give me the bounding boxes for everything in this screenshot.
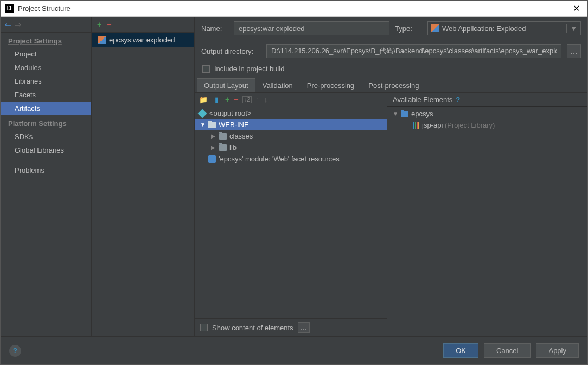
tree-facet-resources[interactable]: 'epcsys' module: 'Web' facet resources (195, 153, 387, 165)
folder-icon (219, 144, 227, 151)
output-layout-pane: 📁 ▮ + − ↓2 ↑ ↓ <output root> ▼ (195, 93, 387, 336)
sidebar-item-libraries[interactable]: Libraries (1, 74, 91, 88)
show-content-checkbox[interactable] (200, 324, 208, 331)
details-panel: Name: Type: Web Application: Exploded ▼ … (195, 17, 587, 336)
cancel-button[interactable]: Cancel (484, 343, 531, 358)
library-icon (413, 122, 419, 129)
module-icon (401, 111, 408, 117)
sidebar-item-problems[interactable]: Problems (1, 163, 91, 177)
show-content-label: Show content of elements (212, 324, 293, 332)
ok-button[interactable]: OK (443, 343, 478, 358)
available-elements-label: Available Elements (393, 96, 452, 104)
tree-label: classes (229, 132, 253, 140)
tree-web-inf[interactable]: ▼ WEB-INF (195, 119, 387, 130)
section-project-settings: Project Settings (1, 33, 91, 47)
expander-icon[interactable]: ▼ (393, 111, 398, 117)
expander-icon[interactable]: ▼ (200, 122, 206, 128)
move-up-icon[interactable]: ↑ (256, 96, 260, 104)
titlebar: IJ Project Structure ✕ (1, 1, 587, 17)
available-lib-jsp-api[interactable]: jsp-api (Project Library) (387, 119, 587, 131)
footer: ? OK Cancel Apply (1, 336, 587, 364)
sidebar-item-sdks[interactable]: SDKs (1, 130, 91, 143)
artifact-label: epcsys:war exploded (109, 36, 175, 44)
expander-icon[interactable]: ▶ (211, 133, 216, 139)
type-label: Type: (395, 24, 422, 33)
artifact-icon (98, 36, 106, 44)
sidebar-item-facets[interactable]: Facets (1, 88, 91, 102)
output-root-icon (198, 109, 207, 118)
sidebar-item-artifacts[interactable]: Artifacts (1, 102, 91, 115)
remove-icon[interactable]: − (234, 95, 238, 104)
artifacts-toolbar: + − (92, 17, 194, 33)
browse-button[interactable]: … (567, 44, 581, 58)
help-icon[interactable]: ? (456, 96, 460, 104)
tab-pre-processing[interactable]: Pre-processing (300, 78, 361, 92)
chevron-down-icon: ▼ (566, 24, 577, 33)
outdir-input[interactable] (266, 44, 561, 58)
tree-lib[interactable]: ▶ lib (195, 142, 387, 153)
include-checkbox[interactable] (202, 65, 210, 73)
tab-validation[interactable]: Validation (255, 78, 300, 92)
help-button[interactable]: ? (9, 345, 21, 357)
available-elements-pane: Available Elements ? ▼ epcsys jsp-api (P… (387, 93, 587, 336)
tabs: Output Layout Validation Pre-processing … (195, 78, 587, 93)
remove-artifact-icon[interactable]: − (107, 20, 111, 29)
window-title: Project Structure (18, 4, 570, 12)
folder-icon (208, 122, 216, 128)
available-module-epcsys[interactable]: ▼ epcsys (387, 108, 587, 119)
add-copy-icon[interactable]: + (225, 95, 229, 104)
output-tree: <output root> ▼ WEB-INF ▶ classes ▶ (195, 106, 387, 318)
available-elements-tree: ▼ epcsys jsp-api (Project Library) (387, 107, 587, 132)
sidebar: ⇐ ⇒ Project Settings Project Modules Lib… (1, 17, 92, 336)
section-platform-settings: Platform Settings (1, 115, 91, 130)
apply-button[interactable]: Apply (536, 343, 579, 358)
bottom-options: Show content of elements … (195, 318, 387, 336)
tree-label: WEB-INF (219, 121, 248, 129)
elements-more-button[interactable]: … (298, 322, 310, 333)
available-elements-header: Available Elements ? (387, 93, 587, 107)
include-label: Include in project build (214, 65, 284, 73)
forward-icon[interactable]: ⇒ (15, 20, 21, 29)
name-input[interactable] (234, 21, 389, 35)
tree-label: jsp-api (Project Library) (422, 121, 495, 129)
outdir-label: Output directory: (201, 47, 261, 55)
tree-classes[interactable]: ▶ classes (195, 130, 387, 142)
tab-post-processing[interactable]: Post-processing (361, 78, 426, 92)
sort-icon[interactable]: ↓2 (242, 96, 252, 103)
sidebar-item-modules[interactable]: Modules (1, 61, 91, 74)
expander-icon[interactable]: ▶ (211, 144, 216, 150)
artifact-item-epcsys[interactable]: epcsys:war exploded (92, 33, 194, 47)
tree-label: lib (229, 143, 237, 152)
artifacts-list-panel: + − epcsys:war exploded (92, 17, 195, 336)
new-folder-icon[interactable]: 📁 (199, 95, 208, 104)
type-dropdown[interactable]: Web Application: Exploded ▼ (427, 21, 581, 35)
app-icon: IJ (5, 4, 14, 13)
close-icon[interactable]: ✕ (570, 3, 583, 14)
type-value: Web Application: Exploded (442, 24, 526, 33)
main-area: ⇐ ⇒ Project Settings Project Modules Lib… (1, 17, 587, 336)
sidebar-item-project[interactable]: Project (1, 47, 91, 61)
tree-output-root[interactable]: <output root> (195, 108, 387, 119)
add-artifact-icon[interactable]: + (97, 20, 101, 29)
tree-label: <output root> (209, 109, 251, 117)
output-toolbar: 📁 ▮ + − ↓2 ↑ ↓ (195, 93, 387, 106)
move-down-icon[interactable]: ↓ (264, 96, 267, 104)
sidebar-nav: ⇐ ⇒ (1, 17, 91, 33)
folder-icon (219, 133, 227, 140)
content-split: 📁 ▮ + − ↓2 ↑ ↓ <output root> ▼ (195, 93, 587, 336)
new-archive-icon[interactable]: ▮ (212, 95, 221, 104)
tree-label: epcsys (411, 110, 433, 118)
name-label: Name: (201, 24, 228, 33)
type-icon (431, 24, 439, 32)
tab-output-layout[interactable]: Output Layout (197, 78, 255, 92)
facet-icon (208, 155, 216, 163)
back-icon[interactable]: ⇐ (5, 20, 11, 29)
sidebar-item-global-libraries[interactable]: Global Libraries (1, 143, 91, 157)
tree-label: 'epcsys' module: 'Web' facet resources (219, 155, 340, 163)
